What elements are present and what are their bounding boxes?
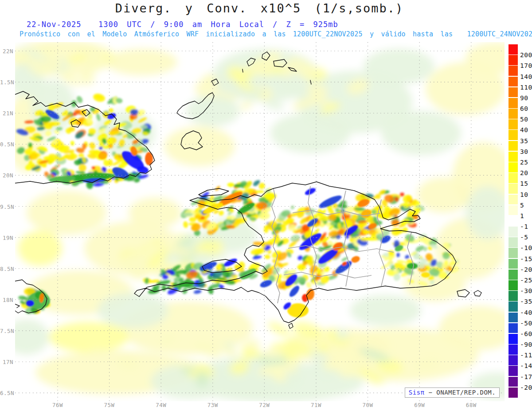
lat-tick-label: 19N [0,234,15,241]
colorbar-cell [509,237,518,247]
colorbar-tick-label: 50 [520,116,528,123]
colorbar-cell [509,152,518,162]
colorbar-cell [509,355,518,365]
colorbar-tick-label: 35 [520,137,528,145]
colorbar-cell [509,259,518,269]
colorbar-cell [509,313,518,323]
colorbar-cell [509,248,518,258]
colorbar-cell [509,205,518,215]
colorbar-tick-label: 15 [520,180,528,187]
attribution-box: Sisπ − ONAMET/REP.DOM. [405,388,500,398]
colorbar-tick-label: -60 [520,330,532,337]
colorbar-tick-label: 10 [520,191,528,198]
colorbar-tick-label: -40 [520,309,532,316]
lat-tick-label: 21N [0,110,15,117]
colorbar-tick-label: -25 [520,277,532,284]
colorbar-tick-label: 170 [520,62,532,69]
background-shading [4,40,528,402]
colorbar-cell [509,377,518,387]
colorbar-tick-label: -90 [520,341,532,348]
colorbar-cell [509,77,518,87]
lat-tick-label: 1.5N [0,79,15,86]
colorbar-tick-label: 1 [520,212,524,219]
colorbar-cell [509,301,518,312]
colorbar-tick-label: 25 [520,159,528,166]
colorbar-tick-label: 5 [520,202,524,209]
lon-tick-label: 68W [466,402,477,408]
colorbar-cell [509,291,518,301]
colorbar-cell [509,388,518,398]
colorbar-cell [509,334,518,344]
lat-tick-label: 0.5N [0,141,15,148]
colorbar-tick-label: -30 [520,287,532,294]
colorbar-cell [509,44,518,55]
colorbar-cell [509,141,518,151]
colorbar-cell [509,55,518,65]
colorbar-cell [509,366,518,376]
colorbar-cell [509,344,518,355]
sispi-brand-label: Sisπ [409,389,425,396]
colorbar-cell [509,109,518,119]
colorbar-cell [509,195,518,205]
lat-tick-label: 8.5N [0,265,15,272]
lon-tick-label: 71W [311,402,321,408]
colorbar-tick-label: -35 [520,298,532,305]
colorbar-tick-label: -140 [520,362,532,369]
lat-tick-label: 18N [0,296,15,303]
lon-tick-label: 70W [363,402,373,408]
colorbar-cell [509,173,518,183]
colorbar-tick-label: 60 [520,105,528,112]
lat-tick-label: 6.5N [0,390,15,396]
colorbar-tick-label: -20 [520,266,532,273]
colorbar-cell [509,130,518,140]
colorbar-tick-label: -170 [520,373,532,380]
lon-tick-label: 72W [259,402,270,408]
colorbar-cell [509,184,518,194]
colorbar-tick-label: -50 [520,320,532,327]
colorbar-tick-label: -1 [520,223,528,230]
forecast-chart-page: Diverg. y Conv. x10^5 (1/s,somb.) 22-Nov… [0,0,532,411]
colorbar-cell [509,87,518,98]
lon-tick-label: 73W [207,402,218,408]
colorbar-cell [509,216,518,226]
colorbar-tick-label: 200 [520,51,532,59]
forecast-map [0,0,532,411]
onamet-label: − ONAMET/REP.DOM. [425,389,496,396]
colorbar-tick-label: -15 [520,255,532,262]
lon-tick-label: 69W [414,402,425,408]
lon-tick-label: 74W [156,402,166,408]
lat-tick-label: 7.5N [0,327,15,334]
colorbar-tick-label: -200 [520,384,532,391]
colorbar-cell [509,162,518,172]
colorbar-cell [509,98,518,108]
lat-tick-label: 22N [0,48,15,55]
lon-tick-label: 75W [104,402,115,408]
colorbar-tick-label: -10 [520,244,532,251]
colorbar-tick-label: 30 [520,148,528,155]
colorbar-tick-label: 140 [520,73,532,80]
colorbar-tick-label: -5 [520,234,528,241]
mona-coastline [474,290,481,296]
colorbar-cell [509,270,518,280]
lat-tick-label: 9.5N [0,203,15,210]
colorbar-cell [509,66,518,76]
lon-tick-label: 76W [52,402,63,408]
colorbar-cell [509,227,518,237]
colorbar-tick-label: 40 [520,126,528,133]
colorbar-tick-label: -110 [520,352,532,359]
lat-tick-label: 20N [0,172,15,179]
colorbar-tick-label: 110 [520,84,532,91]
colorbar-tick-label: 20 [520,169,528,176]
colorbar-cell [509,323,518,333]
colorbar-cell [509,280,518,290]
colorbar-cell [509,119,518,129]
lat-tick-label: 17N [0,359,15,365]
colorbar-tick-label: 90 [520,94,528,102]
